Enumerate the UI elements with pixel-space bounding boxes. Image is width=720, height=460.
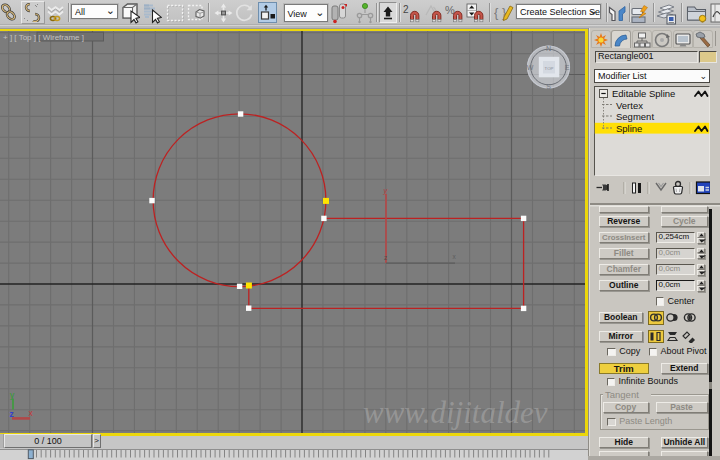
svg-text:W: W [527, 64, 534, 71]
svg-text:E: E [565, 64, 570, 71]
svg-text:z: z [384, 254, 387, 261]
svg-text:N: N [546, 45, 551, 52]
svg-text:Spline: Spline [616, 123, 642, 134]
svg-text:y: y [10, 390, 15, 400]
svg-text:Segment: Segment [616, 111, 654, 122]
svg-text:2: 2 [403, 4, 409, 15]
svg-text:Editable Spline: Editable Spline [612, 88, 675, 99]
svg-text:x: x [453, 253, 457, 260]
svg-text:z: z [10, 409, 14, 419]
svg-text:x: x [29, 408, 34, 418]
svg-text:TOP: TOP [545, 66, 554, 71]
svg-text:Vertex: Vertex [616, 100, 643, 111]
svg-text:y: y [383, 186, 389, 195]
svg-text:www.dijitaldev: www.dijitaldev [363, 395, 548, 430]
svg-text:+ ] [ Top ] [ Wireframe ]: + ] [ Top ] [ Wireframe ] [3, 33, 84, 42]
svg-text:S: S [546, 83, 551, 90]
